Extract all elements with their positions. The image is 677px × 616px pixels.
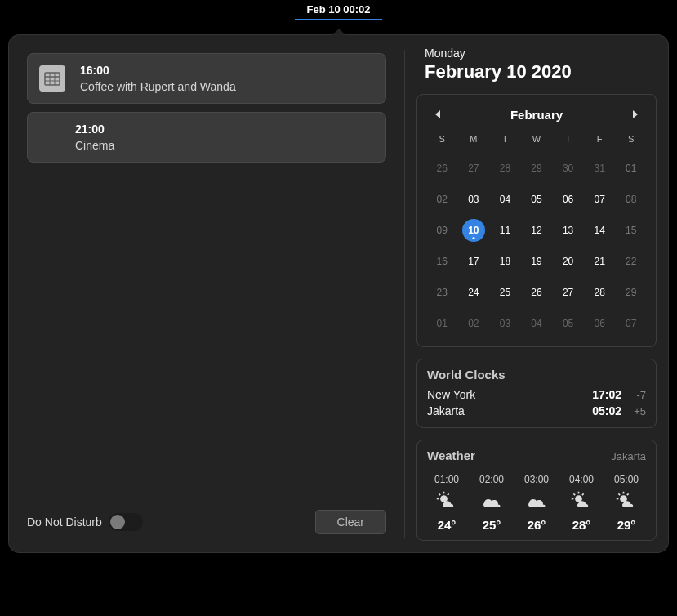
forecast-time: 03:00: [524, 474, 549, 485]
forecast-item: 05:0029°: [607, 474, 646, 532]
calendar-dow: T: [490, 129, 520, 152]
svg-line-13: [573, 493, 575, 495]
svg-rect-0: [45, 73, 60, 85]
calendar-day[interactable]: 24: [459, 278, 489, 307]
event-card[interactable]: 21:00Cinema: [27, 112, 386, 163]
next-month-button[interactable]: [626, 106, 643, 123]
svg-line-14: [582, 493, 584, 495]
svg-line-18: [618, 493, 620, 495]
calendar-day[interactable]: 04: [490, 185, 520, 214]
world-clock-city: Jakarta: [427, 404, 576, 417]
calendar-day[interactable]: 27: [553, 278, 583, 307]
calendar-day[interactable]: 26: [427, 154, 457, 183]
calendar-day[interactable]: 28: [490, 154, 520, 183]
calendar-day[interactable]: 29: [616, 278, 646, 307]
weather-partly-icon: [615, 490, 638, 513]
calendar-day[interactable]: 01: [616, 154, 646, 183]
forecast-temp: 29°: [617, 518, 636, 532]
forecast-time: 01:00: [434, 474, 459, 485]
calendar-day[interactable]: 30: [553, 154, 583, 183]
calendar-day[interactable]: 03: [490, 309, 520, 338]
forecast-item: 04:0028°: [562, 474, 601, 532]
forecast-row: 01:0024°02:0025°03:0026°04:0028°05:0029°: [427, 474, 646, 532]
weather-cloudy-icon: [480, 490, 503, 513]
calendar-dow: M: [459, 129, 489, 152]
dnd-toggle[interactable]: [109, 513, 143, 531]
calendar-day[interactable]: 14: [585, 216, 615, 245]
calendar-day[interactable]: 19: [522, 247, 552, 276]
calendar-day[interactable]: 05: [553, 309, 583, 338]
calendar-day[interactable]: 12: [522, 216, 552, 245]
forecast-item: 01:0024°: [427, 474, 466, 532]
calendar-day[interactable]: 04: [522, 309, 552, 338]
calendar-column: Monday February 10 2020 February SMTWTFS…: [416, 47, 657, 541]
event-list: 16:00Coffee with Rupert and Wanda21:00Ci…: [20, 47, 393, 163]
calendar-day[interactable]: 09: [427, 216, 457, 245]
world-clocks-title: World Clocks: [427, 368, 646, 382]
calendar-card: February SMTWTFS262728293031010203040506…: [416, 94, 657, 347]
clear-button[interactable]: Clear: [315, 510, 386, 534]
calendar-day[interactable]: 25: [490, 278, 520, 307]
calendar-day[interactable]: 10: [462, 219, 485, 242]
calendar-day[interactable]: 11: [490, 216, 520, 245]
date-full: February 10 2020: [425, 61, 657, 83]
forecast-temp: 26°: [528, 518, 546, 532]
calendar-dow: T: [553, 129, 583, 152]
forecast-temp: 28°: [572, 518, 591, 532]
world-clock-offset: -7: [621, 389, 646, 401]
weather-cloudy-icon: [525, 490, 548, 513]
calendar-day[interactable]: 07: [585, 185, 615, 214]
event-description: Cinema: [75, 139, 114, 152]
calendar-day[interactable]: 26: [522, 278, 552, 307]
calendar-dow: S: [616, 129, 646, 152]
calendar-day[interactable]: 22: [616, 247, 646, 276]
datetime-panel: 16:00Coffee with Rupert and Wanda21:00Ci…: [8, 34, 669, 553]
forecast-time: 05:00: [614, 474, 639, 485]
svg-line-8: [439, 493, 440, 495]
calendar-day[interactable]: 06: [585, 309, 615, 338]
calendar-day[interactable]: 02: [459, 309, 489, 338]
weather-title: Weather: [427, 449, 475, 462]
calendar-day[interactable]: 28: [585, 278, 615, 307]
date-header: Monday February 10 2020: [416, 47, 657, 83]
calendar-day[interactable]: 15: [616, 216, 646, 245]
calendar-day[interactable]: 01: [427, 309, 457, 338]
calendar-day[interactable]: 18: [490, 247, 520, 276]
calendar-month-label: February: [510, 108, 563, 122]
calendar-day[interactable]: 29: [522, 154, 552, 183]
forecast-time: 04:00: [569, 474, 594, 485]
calendar-day[interactable]: 23: [427, 278, 457, 307]
calendar-day[interactable]: 07: [616, 309, 646, 338]
calendar-day[interactable]: 05: [522, 185, 552, 214]
weather-partly-icon: [570, 490, 593, 513]
event-description: Coffee with Rupert and Wanda: [80, 80, 236, 93]
footer-row: Do Not Disturb Clear: [20, 505, 393, 541]
topbar-clock[interactable]: Feb 10 00:02: [295, 3, 381, 20]
forecast-item: 02:0025°: [472, 474, 511, 532]
calendar-day[interactable]: 02: [427, 185, 457, 214]
calendar-day[interactable]: 31: [585, 154, 615, 183]
prev-month-button[interactable]: [430, 106, 447, 123]
notifications-column: 16:00Coffee with Rupert and Wanda21:00Ci…: [20, 47, 393, 541]
calendar-day[interactable]: 13: [553, 216, 583, 245]
calendar-day[interactable]: 20: [553, 247, 583, 276]
calendar-day[interactable]: 08: [616, 185, 646, 214]
weather-card[interactable]: Weather Jakarta 01:0024°02:0025°03:0026°…: [416, 440, 657, 541]
forecast-temp: 25°: [483, 518, 501, 532]
calendar-day[interactable]: 27: [459, 154, 489, 183]
forecast-time: 02:00: [479, 474, 504, 485]
calendar-grid: SMTWTFS262728293031010203040506070809101…: [427, 129, 646, 338]
calendar-day[interactable]: 21: [585, 247, 615, 276]
weather-partly-icon: [435, 490, 458, 513]
world-clock-row: New York17:02-7: [427, 386, 646, 403]
dnd-label: Do Not Disturb: [27, 516, 102, 529]
world-clock-row: Jakarta05:02+5: [427, 403, 646, 419]
world-clock-time: 17:02: [576, 388, 621, 401]
event-card[interactable]: 16:00Coffee with Rupert and Wanda: [27, 53, 386, 104]
calendar-day[interactable]: 03: [459, 185, 489, 214]
world-clocks-card[interactable]: World Clocks New York17:02-7Jakarta05:02…: [416, 359, 657, 428]
calendar-day[interactable]: 06: [553, 185, 583, 214]
calendar-day[interactable]: 16: [427, 247, 457, 276]
svg-line-9: [448, 493, 449, 495]
calendar-day[interactable]: 17: [459, 247, 489, 276]
